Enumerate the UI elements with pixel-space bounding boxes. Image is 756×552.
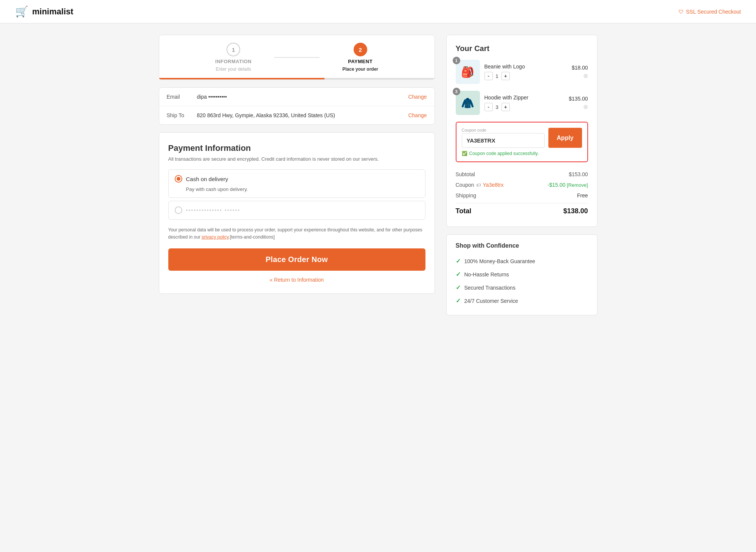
shield-icon: 🛡 (678, 9, 684, 15)
step-1-number: 1 (232, 47, 235, 53)
confidence-text-2: Secured Transactions (464, 285, 515, 291)
cart-box: Your Cart 🎒 1 Beanie with Logo - 1 + $18… (446, 35, 598, 227)
email-change-button[interactable]: Change (408, 94, 427, 100)
email-value: dipa •••••••••• (197, 94, 408, 100)
check-icon-1: ✓ (456, 271, 461, 278)
step-1-sublabel: Enter your details (216, 67, 251, 72)
item-0-img-wrap: 🎒 1 (456, 60, 480, 84)
progress-bar (159, 78, 435, 79)
item-0-badge: 1 (453, 57, 460, 64)
email-label: Email (167, 94, 197, 100)
payment-subtitle: All transactions are secure and encrypte… (168, 156, 425, 162)
shipto-value: 820 863rd Hwy, Gympie, Alaska 92336, Uni… (197, 112, 408, 118)
item-0-qty-decrease[interactable]: - (484, 72, 493, 80)
step-2-sublabel: Place your order (342, 67, 378, 72)
shipping-row: Shipping Free (456, 190, 588, 201)
confidence-item-1: ✓ No-Hassle Returns (456, 268, 588, 281)
remove-coupon-link[interactable]: [Remove] (567, 182, 588, 188)
coupon-discount-value: -$15.00 (547, 182, 565, 188)
confidence-text-0: 100% Money-Back Guarantee (464, 258, 536, 264)
item-1-img-wrap: 🧥 3 (456, 91, 480, 115)
item-1-qty-decrease[interactable]: - (484, 103, 493, 111)
coupon-input-label: Coupon code (462, 128, 545, 132)
privacy-text: Your personal data will be used to proce… (168, 226, 425, 241)
item-1-remove[interactable]: ⊗ (569, 103, 588, 110)
payment-option-cod[interactable]: Cash on delivery Pay with cash upon deli… (168, 169, 425, 198)
shipto-change-button[interactable]: Change (408, 112, 427, 118)
item-1-qty-controls: - 3 + (484, 103, 564, 111)
privacy-suffix: .[terms-and-conditions] (228, 234, 275, 240)
item-0-qty-value: 1 (496, 73, 498, 79)
check-icon-0: ✓ (456, 257, 461, 265)
coupon-row: Coupon code Apply (462, 128, 582, 148)
header: 🛒 minimalist 🛡 SSL Secured Checkout (0, 0, 756, 23)
item-0-remove[interactable]: ⊗ (572, 72, 588, 79)
step-divider (274, 57, 320, 58)
step-1-circle: 1 (227, 43, 240, 56)
place-order-button[interactable]: Place Order Now (168, 248, 425, 271)
apply-coupon-button[interactable]: Apply (548, 128, 582, 148)
total-label: Total (456, 207, 472, 215)
payment-option-other-header: •••••••••••••• •••••• (175, 206, 419, 214)
success-check-icon: ✅ (462, 151, 467, 156)
payment-option-other[interactable]: •••••••••••••• •••••• (168, 201, 425, 220)
step-2-circle: 2 (354, 43, 367, 56)
main-container: 1 INFORMATION Enter your details 2 PAYME… (151, 23, 605, 327)
step-information: 1 INFORMATION Enter your details (215, 43, 251, 72)
item-0-qty-increase[interactable]: + (501, 72, 510, 80)
email-row: Email dipa •••••••••• Change (159, 88, 435, 106)
left-column: 1 INFORMATION Enter your details 2 PAYME… (159, 35, 435, 294)
payment-option-cod-header: Cash on delivery (175, 175, 419, 183)
radio-other[interactable] (175, 206, 182, 214)
step-2-label: PAYMENT (348, 59, 373, 64)
item-0-qty-controls: - 1 + (484, 72, 567, 80)
steps-row: 1 INFORMATION Enter your details 2 PAYME… (171, 43, 423, 78)
step-2-number: 2 (359, 47, 362, 53)
coupon-text-label: Coupon (456, 182, 474, 188)
coupon-success-text: Coupon code applied successfully. (469, 151, 539, 156)
coupon-total-label: Coupon 🏷 Ya3e8trx (456, 182, 504, 188)
subtotal-label: Subtotal (456, 171, 475, 177)
confidence-title: Shop with Confidence (456, 242, 588, 249)
cart-item-1: 🧥 3 Hoodie with Zipper - 3 + $135.00 ⊗ (456, 91, 588, 115)
confidence-text-1: No-Hassle Returns (464, 271, 509, 278)
payment-other-label: •••••••••••••• •••••• (186, 207, 241, 213)
payment-section: Payment Information All transactions are… (159, 132, 435, 294)
step-1-label: INFORMATION (215, 59, 251, 64)
right-column: Your Cart 🎒 1 Beanie with Logo - 1 + $18… (446, 35, 598, 315)
logo-text: minimalist (32, 7, 73, 17)
item-1-name: Hoodie with Zipper (484, 95, 564, 101)
privacy-policy-link[interactable]: privacy policy (202, 234, 228, 240)
steps-bar: 1 INFORMATION Enter your details 2 PAYME… (159, 35, 435, 80)
confidence-item-2: ✓ Secured Transactions (456, 281, 588, 294)
item-0-name: Beanie with Logo (484, 64, 567, 70)
return-to-information-link[interactable]: « Return to Information (168, 277, 425, 283)
coupon-discount-wrap: -$15.00 [Remove] (547, 182, 588, 188)
item-1-qty-increase[interactable]: + (501, 103, 510, 111)
cart-item-0: 🎒 1 Beanie with Logo - 1 + $18.00 ⊗ (456, 60, 588, 84)
item-1-image: 🧥 (456, 91, 480, 115)
confidence-item-0: ✓ 100% Money-Back Guarantee (456, 254, 588, 268)
item-0-image: 🎒 (456, 60, 480, 84)
radio-cod[interactable] (175, 175, 182, 183)
totals-section: Subtotal $153.00 Coupon 🏷 Ya3e8trx -$15.… (456, 169, 588, 217)
payment-title: Payment Information (168, 143, 425, 153)
item-1-price-wrap: $135.00 ⊗ (569, 96, 588, 110)
coupon-box: Coupon code Apply ✅ Coupon code applied … (456, 122, 588, 162)
shipping-value: Free (577, 192, 588, 198)
confidence-box: Shop with Confidence ✓ 100% Money-Back G… (446, 234, 598, 315)
shipping-label: Shipping (456, 192, 477, 198)
payment-cod-label: Cash on delivery (186, 176, 228, 182)
item-1-details: Hoodie with Zipper - 3 + (484, 95, 564, 111)
item-0-details: Beanie with Logo - 1 + (484, 64, 567, 80)
confidence-item-3: ✓ 24/7 Customer Service (456, 294, 588, 307)
check-icon-2: ✓ (456, 284, 461, 291)
coupon-code-display: Ya3e8trx (483, 182, 504, 188)
coupon-input[interactable] (462, 133, 545, 148)
item-1-badge: 3 (453, 88, 460, 95)
item-0-price: $18.00 (572, 65, 588, 71)
subtotal-value: $153.00 (569, 171, 588, 177)
item-1-price: $135.00 (569, 96, 588, 102)
info-summary: Email dipa •••••••••• Change Ship To 820… (159, 87, 435, 125)
check-icon-3: ✓ (456, 297, 461, 304)
